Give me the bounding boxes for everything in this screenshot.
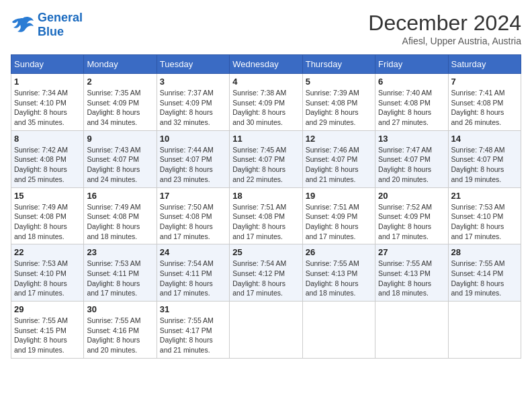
calendar-week-3: 15 Sunrise: 7:49 AMSunset: 4:08 PMDaylig…: [11, 187, 521, 244]
calendar-cell: 13 Sunrise: 7:47 AMSunset: 4:07 PMDaylig…: [375, 130, 448, 187]
day-info: Sunrise: 7:55 AMSunset: 4:17 PMDaylight:…: [160, 316, 226, 355]
day-info: Sunrise: 7:47 AMSunset: 4:07 PMDaylight:…: [378, 145, 445, 185]
calendar-cell: 14 Sunrise: 7:48 AMSunset: 4:07 PMDaylig…: [448, 130, 521, 187]
logo: General Blue: [11, 11, 83, 39]
day-info: Sunrise: 7:55 AMSunset: 4:13 PMDaylight:…: [306, 259, 372, 298]
day-number: 15: [14, 191, 81, 201]
calendar-cell: 25 Sunrise: 7:54 AMSunset: 4:12 PMDaylig…: [230, 244, 302, 302]
calendar-cell: 18 Sunrise: 7:51 AMSunset: 4:08 PMDaylig…: [230, 187, 302, 244]
calendar-cell: 31 Sunrise: 7:55 AMSunset: 4:17 PMDaylig…: [157, 302, 229, 359]
day-info: Sunrise: 7:55 AMSunset: 4:16 PMDaylight:…: [87, 316, 153, 355]
day-number: 4: [232, 77, 299, 87]
day-info: Sunrise: 7:49 AMSunset: 4:08 PMDaylight:…: [87, 202, 153, 242]
day-number: 12: [306, 134, 372, 144]
day-info: Sunrise: 7:54 AMSunset: 4:12 PMDaylight:…: [232, 259, 299, 298]
col-header-saturday: Saturday: [448, 55, 521, 74]
day-number: 5: [306, 77, 372, 87]
day-info: Sunrise: 7:49 AMSunset: 4:08 PMDaylight:…: [14, 202, 81, 242]
calendar-cell: 23 Sunrise: 7:53 AMSunset: 4:11 PMDaylig…: [84, 244, 157, 302]
day-info: Sunrise: 7:53 AMSunset: 4:11 PMDaylight:…: [87, 259, 153, 298]
location-subtitle: Afiesl, Upper Austria, Austria: [368, 36, 521, 46]
day-number: 8: [14, 134, 81, 144]
day-info: Sunrise: 7:45 AMSunset: 4:07 PMDaylight:…: [232, 145, 299, 185]
calendar-week-2: 8 Sunrise: 7:42 AMSunset: 4:08 PMDayligh…: [11, 130, 521, 187]
calendar-cell: 19 Sunrise: 7:51 AMSunset: 4:09 PMDaylig…: [302, 187, 375, 244]
day-number: 16: [87, 191, 153, 201]
calendar-header-row: SundayMondayTuesdayWednesdayThursdayFrid…: [11, 55, 521, 74]
day-info: Sunrise: 7:43 AMSunset: 4:07 PMDaylight:…: [87, 145, 153, 185]
calendar-cell: 10 Sunrise: 7:44 AMSunset: 4:07 PMDaylig…: [157, 130, 229, 187]
calendar-cell: 20 Sunrise: 7:52 AMSunset: 4:09 PMDaylig…: [375, 187, 448, 244]
day-number: 22: [14, 247, 81, 257]
day-number: 2: [87, 77, 153, 87]
calendar-cell: 15 Sunrise: 7:49 AMSunset: 4:08 PMDaylig…: [11, 187, 84, 244]
calendar-week-4: 22 Sunrise: 7:53 AMSunset: 4:10 PMDaylig…: [11, 244, 521, 302]
day-number: 19: [306, 191, 372, 201]
logo-text: General Blue: [38, 11, 83, 39]
day-number: 17: [160, 191, 226, 201]
page-header: General Blue December 2024 Afiesl, Upper…: [11, 11, 521, 46]
calendar-cell: 7 Sunrise: 7:41 AMSunset: 4:08 PMDayligh…: [448, 74, 521, 131]
calendar-cell: 16 Sunrise: 7:49 AMSunset: 4:08 PMDaylig…: [84, 187, 157, 244]
day-number: 26: [306, 247, 372, 257]
calendar-cell: 8 Sunrise: 7:42 AMSunset: 4:08 PMDayligh…: [11, 130, 84, 187]
title-block: December 2024 Afiesl, Upper Austria, Aus…: [368, 11, 521, 46]
day-info: Sunrise: 7:37 AMSunset: 4:09 PMDaylight:…: [160, 88, 226, 128]
day-info: Sunrise: 7:54 AMSunset: 4:11 PMDaylight:…: [160, 259, 226, 298]
calendar-cell: 1 Sunrise: 7:34 AMSunset: 4:10 PMDayligh…: [11, 74, 84, 131]
day-number: 7: [451, 77, 518, 87]
calendar-cell: 21 Sunrise: 7:53 AMSunset: 4:10 PMDaylig…: [448, 187, 521, 244]
day-info: Sunrise: 7:55 AMSunset: 4:15 PMDaylight:…: [14, 316, 81, 355]
calendar-cell: 24 Sunrise: 7:54 AMSunset: 4:11 PMDaylig…: [157, 244, 229, 302]
calendar-cell: 12 Sunrise: 7:46 AMSunset: 4:07 PMDaylig…: [302, 130, 375, 187]
day-info: Sunrise: 7:42 AMSunset: 4:08 PMDaylight:…: [14, 145, 81, 185]
day-number: 27: [378, 247, 445, 257]
day-info: Sunrise: 7:46 AMSunset: 4:07 PMDaylight:…: [306, 145, 372, 185]
day-info: Sunrise: 7:44 AMSunset: 4:07 PMDaylight:…: [160, 145, 226, 185]
day-info: Sunrise: 7:40 AMSunset: 4:08 PMDaylight:…: [378, 88, 445, 128]
calendar-cell: 30 Sunrise: 7:55 AMSunset: 4:16 PMDaylig…: [84, 302, 157, 359]
day-info: Sunrise: 7:39 AMSunset: 4:08 PMDaylight:…: [306, 88, 372, 128]
calendar-cell: 11 Sunrise: 7:45 AMSunset: 4:07 PMDaylig…: [230, 130, 302, 187]
day-number: 23: [87, 247, 153, 257]
day-number: 14: [451, 134, 518, 144]
calendar-cell: 26 Sunrise: 7:55 AMSunset: 4:13 PMDaylig…: [302, 244, 375, 302]
col-header-tuesday: Tuesday: [157, 55, 229, 74]
calendar-cell: [448, 302, 521, 359]
calendar-cell: 6 Sunrise: 7:40 AMSunset: 4:08 PMDayligh…: [375, 74, 448, 131]
day-number: 1: [14, 77, 81, 87]
calendar-cell: 27 Sunrise: 7:55 AMSunset: 4:13 PMDaylig…: [375, 244, 448, 302]
calendar-week-5: 29 Sunrise: 7:55 AMSunset: 4:15 PMDaylig…: [11, 302, 521, 359]
day-info: Sunrise: 7:53 AMSunset: 4:10 PMDaylight:…: [451, 202, 518, 242]
day-info: Sunrise: 7:52 AMSunset: 4:09 PMDaylight:…: [378, 202, 445, 242]
calendar-cell: [230, 302, 302, 359]
col-header-monday: Monday: [84, 55, 157, 74]
logo-icon: [11, 15, 35, 34]
day-info: Sunrise: 7:51 AMSunset: 4:08 PMDaylight:…: [232, 202, 299, 242]
calendar-week-1: 1 Sunrise: 7:34 AMSunset: 4:10 PMDayligh…: [11, 74, 521, 131]
day-number: 28: [451, 247, 518, 257]
day-number: 24: [160, 247, 226, 257]
day-number: 29: [14, 304, 81, 314]
day-number: 3: [160, 77, 226, 87]
calendar-cell: 5 Sunrise: 7:39 AMSunset: 4:08 PMDayligh…: [302, 74, 375, 131]
day-info: Sunrise: 7:51 AMSunset: 4:09 PMDaylight:…: [306, 202, 372, 242]
calendar-cell: 29 Sunrise: 7:55 AMSunset: 4:15 PMDaylig…: [11, 302, 84, 359]
month-title: December 2024: [368, 11, 521, 36]
calendar-cell: 2 Sunrise: 7:35 AMSunset: 4:09 PMDayligh…: [84, 74, 157, 131]
calendar-cell: 17 Sunrise: 7:50 AMSunset: 4:08 PMDaylig…: [157, 187, 229, 244]
day-number: 31: [160, 304, 226, 314]
calendar-cell: 9 Sunrise: 7:43 AMSunset: 4:07 PMDayligh…: [84, 130, 157, 187]
day-number: 30: [87, 304, 153, 314]
day-number: 13: [378, 134, 445, 144]
day-number: 6: [378, 77, 445, 87]
calendar-cell: [302, 302, 375, 359]
day-info: Sunrise: 7:55 AMSunset: 4:14 PMDaylight:…: [451, 259, 518, 298]
day-info: Sunrise: 7:48 AMSunset: 4:07 PMDaylight:…: [451, 145, 518, 185]
calendar-cell: 4 Sunrise: 7:38 AMSunset: 4:09 PMDayligh…: [230, 74, 302, 131]
day-info: Sunrise: 7:35 AMSunset: 4:09 PMDaylight:…: [87, 88, 153, 128]
day-number: 18: [232, 191, 299, 201]
day-info: Sunrise: 7:34 AMSunset: 4:10 PMDaylight:…: [14, 88, 81, 128]
col-header-wednesday: Wednesday: [230, 55, 302, 74]
day-info: Sunrise: 7:53 AMSunset: 4:10 PMDaylight:…: [14, 259, 81, 298]
